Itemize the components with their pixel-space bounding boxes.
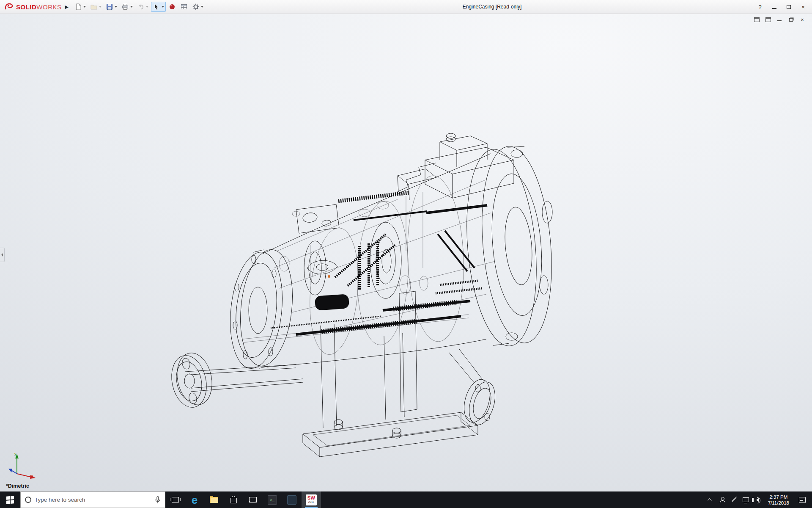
network-icon — [743, 497, 749, 502]
solidworks-brand: SOLIDWORKS — [0, 3, 62, 11]
doc-previous-window-button[interactable] — [753, 16, 760, 23]
print-icon — [121, 3, 129, 11]
taskbar-clock[interactable]: 2:37 PM 7/11/2018 — [765, 494, 793, 506]
taskbar: e >_ SW 2017 2: — [0, 491, 812, 508]
origin-marker — [328, 275, 330, 278]
doc-close-button[interactable]: × — [798, 16, 806, 23]
select-caret-icon — [162, 6, 164, 8]
open-caret-icon — [99, 6, 102, 8]
rebuild-button[interactable] — [167, 2, 178, 12]
file-explorer-button[interactable] — [204, 491, 224, 508]
document-window-controls: × — [753, 16, 806, 23]
microphone-icon — [155, 496, 161, 504]
tray-network-button[interactable] — [741, 491, 751, 508]
solidworks-letters: SW — [307, 496, 315, 500]
mail-envelope-icon — [249, 497, 257, 502]
undo-caret-icon — [146, 6, 148, 8]
select-tool-button[interactable] — [151, 2, 166, 12]
select-cursor-icon — [153, 3, 160, 11]
doc-restore-icon — [789, 18, 793, 22]
orientation-triad-icon — [8, 452, 46, 481]
open-button[interactable] — [88, 2, 103, 12]
save-caret-icon — [115, 6, 117, 8]
new-document-icon — [74, 3, 82, 11]
action-center-icon — [799, 497, 806, 503]
help-button[interactable]: ? — [753, 1, 767, 13]
undo-arrow-icon — [137, 3, 145, 11]
properties-table-icon — [180, 3, 188, 11]
print-button[interactable] — [120, 2, 134, 12]
store-button[interactable] — [224, 491, 243, 508]
view-orientation-label: *Dimetric — [6, 483, 29, 489]
people-icon — [719, 497, 725, 503]
brand-solid: SOLID — [16, 3, 36, 11]
file-properties-button[interactable] — [178, 2, 189, 12]
save-button[interactable] — [104, 2, 119, 12]
pen-icon — [732, 497, 736, 502]
task-view-icon — [172, 497, 179, 502]
store-bag-icon — [230, 498, 237, 503]
tray-pen-button[interactable] — [729, 491, 739, 508]
edge-button[interactable]: e — [185, 491, 204, 508]
doc-close-icon: × — [801, 17, 804, 22]
previous-window-icon — [754, 17, 760, 22]
open-folder-icon — [90, 3, 98, 11]
undo-button[interactable] — [135, 2, 150, 12]
menu-flyout-arrow[interactable]: ▶ — [65, 4, 69, 10]
options-button[interactable] — [190, 2, 205, 12]
file-explorer-icon — [210, 497, 218, 503]
minimize-icon — [772, 6, 776, 9]
solidworks-year: 2017 — [308, 501, 314, 504]
edge-icon: e — [192, 494, 198, 505]
show-hidden-icons-button[interactable] — [705, 491, 716, 508]
action-center-button[interactable] — [794, 491, 810, 508]
window-controls: ? × — [753, 0, 810, 14]
clock-date: 7/11/2018 — [768, 500, 789, 506]
close-button[interactable]: × — [796, 1, 810, 13]
brand-wordmark: SOLIDWORKS — [16, 3, 62, 11]
clock-time: 2:37 PM — [768, 494, 789, 500]
doc-minimize-icon — [777, 18, 782, 21]
options-gear-icon — [192, 3, 200, 11]
tray-volume-button[interactable] — [753, 491, 763, 508]
rebuild-sphere-icon — [168, 3, 176, 11]
ds-logo-icon — [4, 3, 14, 11]
console-icon: >_ — [268, 495, 277, 505]
app-titlebar: SOLIDWORKS ▶ — [0, 0, 812, 14]
panel-collapse-tab[interactable] — [0, 248, 5, 262]
doc-minimize-button[interactable] — [776, 16, 783, 23]
system-tray: 2:37 PM 7/11/2018 — [705, 491, 812, 508]
solidworks-app-icon: SW 2017 — [306, 494, 317, 505]
search-circle-icon — [25, 497, 31, 503]
next-window-icon — [765, 17, 771, 22]
task-view-button[interactable] — [165, 491, 185, 508]
doc-next-window-button[interactable] — [764, 16, 772, 23]
print-caret-icon — [130, 6, 133, 8]
quick-toolbar — [73, 2, 205, 12]
console-app-button[interactable]: >_ — [263, 491, 282, 508]
search-input[interactable] — [35, 497, 151, 503]
start-button[interactable] — [0, 491, 20, 508]
pinned-app-icon — [287, 495, 296, 505]
graphics-viewport[interactable]: × y x *Dimetric — [0, 14, 812, 491]
engine-wireframe-model — [0, 14, 812, 491]
mail-button[interactable] — [243, 491, 263, 508]
save-floppy-icon — [106, 3, 113, 11]
doc-restore-button[interactable] — [787, 16, 795, 23]
tray-people-button[interactable] — [717, 491, 727, 508]
new-document-caret-icon — [83, 6, 86, 8]
maximize-icon — [787, 5, 791, 9]
options-caret-icon — [201, 6, 203, 8]
maximize-button[interactable] — [782, 1, 796, 13]
triad-y-label: y — [14, 452, 16, 456]
solidworks-taskbar-button[interactable]: SW 2017 — [302, 491, 321, 508]
new-document-button[interactable] — [73, 2, 88, 12]
chevron-up-icon — [708, 498, 712, 502]
taskbar-search[interactable] — [20, 491, 165, 508]
windows-logo-icon — [6, 496, 14, 504]
triad-x-label: x — [31, 474, 33, 478]
brand-works: WORKS — [36, 3, 61, 11]
pinned-app-button[interactable] — [282, 491, 302, 508]
minimize-button[interactable] — [767, 1, 782, 13]
volume-icon — [756, 498, 759, 502]
